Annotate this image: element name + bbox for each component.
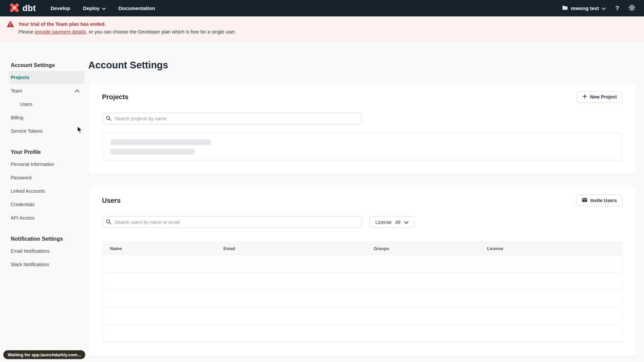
users-table-header: Name Email Groups License: [102, 242, 622, 255]
users-card-title: Users: [102, 197, 121, 204]
sidebar-item-team-label: Team: [11, 88, 22, 94]
table-row: [102, 307, 622, 325]
table-row: [102, 273, 622, 290]
column-header-name: Name: [110, 246, 223, 251]
sidebar-item-linked-accounts[interactable]: Linked Accounts: [11, 184, 83, 198]
page-title: Account Settings: [88, 60, 636, 71]
sidebar-item-users[interactable]: Users: [11, 98, 83, 111]
new-project-button[interactable]: New Project: [577, 91, 623, 103]
banner-body-suffix: , or you can choose the Developer plan w…: [86, 29, 236, 35]
banner-body: Please provide payment details, or you c…: [18, 29, 236, 35]
sidebar-heading-your-profile: Your Profile: [11, 149, 83, 156]
skeleton-bar: [110, 149, 195, 155]
users-table: Name Email Groups License: [102, 242, 623, 343]
sidebar-item-personal-information-label: Personal Information: [11, 162, 54, 167]
sidebar-item-credentials-label: Credentials: [11, 202, 35, 207]
projects-card-title: Projects: [102, 93, 128, 101]
menu-deploy[interactable]: Deploy: [83, 5, 106, 11]
sidebar-item-projects-label: Projects: [11, 75, 29, 80]
search-icon: [106, 219, 111, 226]
sidebar-item-users-label: Users: [20, 102, 33, 107]
sidebar-item-credentials[interactable]: Credentials: [11, 198, 83, 211]
sidebar-item-team[interactable]: Team: [11, 84, 83, 98]
users-search-input[interactable]: [102, 216, 362, 228]
plus-icon: [583, 94, 587, 100]
sidebar-item-password[interactable]: Password: [11, 171, 83, 184]
warning-icon: [7, 21, 14, 41]
nav-right: mwong test ?: [562, 4, 635, 12]
dbt-logo[interactable]: dbt: [9, 2, 36, 15]
settings-button[interactable]: [629, 4, 635, 12]
new-project-button-label: New Project: [590, 94, 617, 100]
menu-develop[interactable]: Develop: [51, 5, 70, 11]
sidebar-heading-account-settings: Account Settings: [11, 62, 83, 69]
sidebar-item-billing[interactable]: Billing: [11, 111, 83, 124]
users-card-header: Users Invite Users: [102, 195, 623, 206]
settings-sidebar: Account Settings Projects Team Users Bil…: [0, 41, 88, 282]
help-icon: ?: [615, 5, 619, 12]
sidebar-group-account: Account Settings Projects Team Users Bil…: [11, 62, 83, 138]
sidebar-group-profile: Your Profile Personal Information Passwo…: [11, 149, 83, 225]
table-row: [102, 325, 622, 342]
sidebar-group-notifications: Notification Settings Email Notification…: [11, 236, 83, 271]
table-row: [102, 255, 622, 273]
sidebar-item-email-notifications[interactable]: Email Notifications: [11, 244, 83, 258]
sidebar-item-api-access[interactable]: API Access: [11, 211, 83, 225]
license-filter-label: License: [375, 220, 391, 225]
help-button[interactable]: ?: [615, 5, 619, 12]
chevron-down-icon: [102, 5, 106, 11]
license-filter-dropdown[interactable]: License All: [370, 216, 414, 228]
projects-card-header: Projects New Project: [102, 91, 623, 103]
projects-filter-row: [102, 113, 623, 124]
chevron-up-icon: [75, 89, 79, 93]
column-header-email: Email: [223, 246, 374, 251]
projects-search: [102, 113, 362, 124]
sidebar-item-personal-information[interactable]: Personal Information: [11, 158, 83, 171]
column-header-license: License: [487, 246, 584, 251]
projects-card: Projects New Project: [88, 83, 636, 174]
users-card: Users Invite Users License Al: [88, 186, 636, 356]
banner-body-prefix: Please: [18, 29, 35, 35]
account-switcher[interactable]: mwong test: [562, 5, 606, 11]
invite-users-button-label: Invite Users: [590, 198, 617, 203]
sidebar-heading-notification-settings: Notification Settings: [11, 236, 83, 242]
envelope-icon: [582, 198, 587, 203]
sidebar-item-slack-notifications-label: Slack Notifications: [11, 262, 49, 267]
projects-loading-panel: [102, 133, 623, 161]
folder-icon: [562, 5, 568, 11]
sidebar-item-service-tokens-label: Service Tokens: [11, 128, 43, 134]
sidebar-item-service-tokens[interactable]: Service Tokens: [11, 124, 83, 138]
table-row: [102, 290, 622, 307]
dbt-logo-text: dbt: [22, 3, 36, 13]
column-header-groups: Groups: [374, 246, 487, 251]
search-icon: [106, 116, 111, 122]
sidebar-item-api-access-label: API Access: [11, 215, 35, 221]
chevron-down-icon: [602, 5, 606, 11]
menu-documentation-label: Documentation: [118, 5, 155, 11]
account-name: mwong test: [571, 5, 599, 11]
browser-status-text: Waiting for app.launchdarkly.com...: [8, 352, 81, 357]
skeleton-bar: [110, 139, 211, 145]
banner-title: Your trial of the Team plan has ended.: [18, 21, 236, 27]
sidebar-item-projects[interactable]: Projects: [9, 71, 85, 84]
menu-documentation[interactable]: Documentation: [118, 5, 155, 11]
top-nav: dbt Develop Deploy Documentation mwong t…: [0, 0, 644, 16]
page-body: Account Settings Projects Team Users Bil…: [0, 41, 644, 362]
banner-texts: Your trial of the Team plan has ended. P…: [18, 21, 236, 41]
sidebar-item-slack-notifications[interactable]: Slack Notifications: [11, 258, 83, 271]
provide-payment-details-link[interactable]: provide payment details: [35, 29, 86, 35]
license-filter-value: All: [395, 220, 400, 225]
sidebar-item-password-label: Password: [11, 175, 31, 180]
sidebar-item-email-notifications-label: Email Notifications: [11, 248, 49, 254]
trial-ended-banner: Your trial of the Team plan has ended. P…: [0, 16, 644, 41]
menu-develop-label: Develop: [51, 5, 70, 11]
browser-status-bubble: Waiting for app.launchdarkly.com...: [3, 350, 85, 359]
projects-search-input[interactable]: [102, 113, 362, 124]
sidebar-item-billing-label: Billing: [11, 115, 23, 120]
users-filter-row: License All: [102, 216, 623, 228]
dbt-logo-icon: [9, 2, 20, 15]
main-content: Account Settings Projects New Project: [88, 41, 644, 362]
sidebar-item-linked-accounts-label: Linked Accounts: [11, 188, 45, 194]
invite-users-button[interactable]: Invite Users: [576, 195, 623, 206]
main-menu: Develop Deploy Documentation: [51, 5, 155, 11]
